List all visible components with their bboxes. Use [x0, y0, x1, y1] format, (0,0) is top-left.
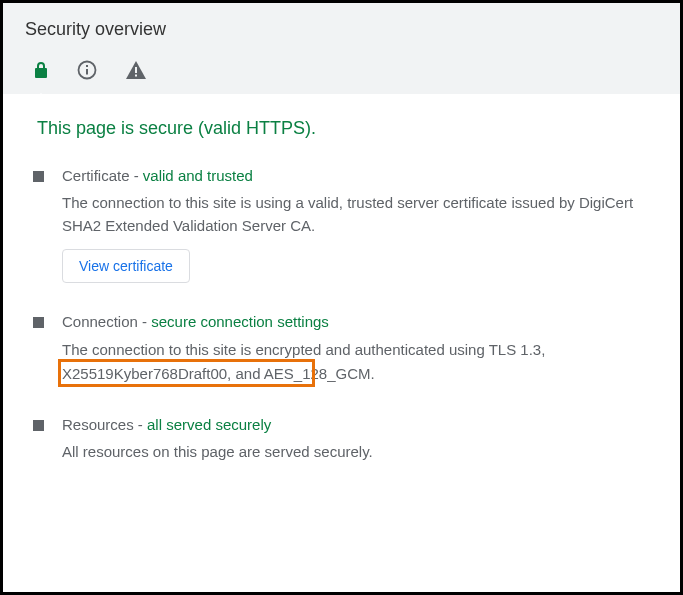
resources-body: Resources - all served securely All reso…	[62, 416, 650, 476]
tab-warning[interactable]	[121, 52, 151, 94]
certificate-title: Certificate - valid and trusted	[62, 167, 650, 184]
connection-description: The connection to this site is encrypted…	[62, 338, 650, 386]
security-panel-header: Security overview	[3, 3, 680, 94]
resources-section: Resources - all served securely All reso…	[33, 416, 650, 476]
certificate-body: Certificate - valid and trusted The conn…	[62, 167, 650, 283]
secure-status-heading: This page is secure (valid HTTPS).	[33, 118, 650, 139]
svg-rect-1	[86, 69, 88, 75]
certificate-description: The connection to this site is using a v…	[62, 192, 650, 237]
bullet-icon	[33, 171, 44, 182]
tab-secure[interactable]	[29, 53, 53, 93]
connection-section: Connection - secure connection settings …	[33, 313, 650, 386]
connection-status: secure connection settings	[151, 313, 329, 330]
svg-rect-2	[86, 65, 88, 67]
tab-info[interactable]	[73, 52, 101, 94]
panel-title: Security overview	[25, 19, 658, 40]
security-panel-content: This page is secure (valid HTTPS). Certi…	[3, 94, 680, 530]
info-icon	[77, 60, 97, 80]
certificate-section: Certificate - valid and trusted The conn…	[33, 167, 650, 283]
warning-icon	[125, 60, 147, 80]
certificate-status: valid and trusted	[143, 167, 253, 184]
lock-icon	[33, 61, 49, 79]
security-tab-bar	[25, 52, 658, 94]
resources-description: All resources on this page are served se…	[62, 441, 650, 464]
bullet-icon	[33, 317, 44, 328]
resources-status: all served securely	[147, 416, 271, 433]
svg-rect-4	[135, 75, 137, 77]
connection-description-text: The connection to this site is encrypted…	[62, 341, 545, 382]
connection-title: Connection - secure connection settings	[62, 313, 650, 330]
resources-label: Resources -	[62, 416, 147, 433]
view-certificate-button[interactable]: View certificate	[62, 249, 190, 283]
certificate-label: Certificate -	[62, 167, 143, 184]
connection-body: Connection - secure connection settings …	[62, 313, 650, 386]
bullet-icon	[33, 420, 44, 431]
connection-label: Connection -	[62, 313, 151, 330]
resources-title: Resources - all served securely	[62, 416, 650, 433]
svg-rect-3	[135, 67, 137, 73]
